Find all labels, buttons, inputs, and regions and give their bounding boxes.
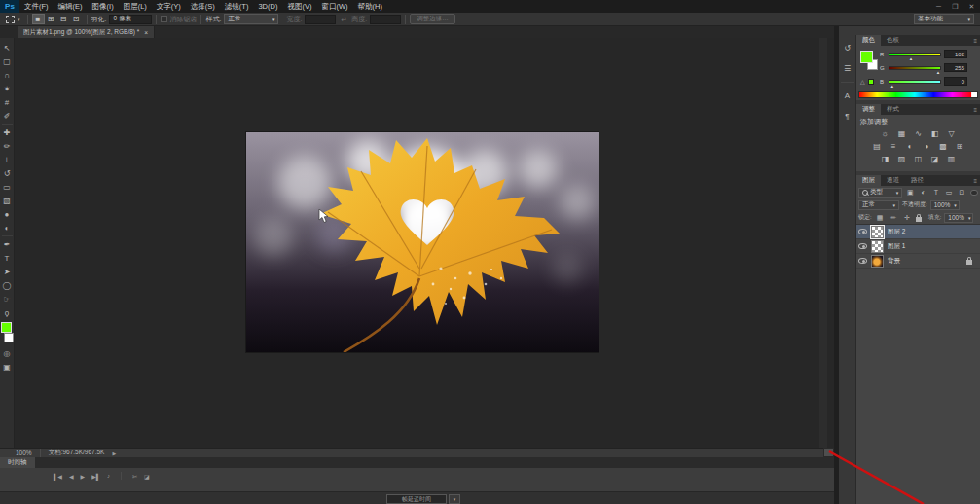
brush-tool[interactable]: ✏ bbox=[1, 139, 14, 153]
scroll-corner[interactable] bbox=[823, 448, 834, 457]
green-slider[interactable]: ▲ bbox=[889, 66, 941, 70]
vibrance-icon[interactable]: ▽ bbox=[946, 128, 958, 139]
next-frame-icon[interactable]: ▶▌ bbox=[91, 473, 100, 480]
visibility-eye-icon[interactable] bbox=[858, 258, 867, 264]
gamut-warning-icon[interactable]: △ bbox=[860, 78, 865, 85]
crop-tool[interactable]: # bbox=[1, 95, 14, 109]
tab-channels[interactable]: 通道 bbox=[881, 175, 905, 186]
layer-filter-select[interactable]: 类型 ▾ bbox=[858, 188, 902, 198]
green-slider-marker[interactable]: ▲ bbox=[936, 71, 940, 75]
hue-saturation-icon[interactable]: ▤ bbox=[871, 141, 883, 152]
lock-all-icon[interactable] bbox=[916, 217, 922, 222]
menu-view[interactable]: 视图(V) bbox=[282, 0, 316, 13]
color-spectrum-ramp[interactable] bbox=[858, 91, 978, 98]
menu-layer[interactable]: 图层(L) bbox=[119, 0, 152, 13]
swap-dimensions-icon[interactable]: ⇄ bbox=[341, 16, 346, 23]
menu-file[interactable]: 文件(F) bbox=[19, 0, 54, 13]
tab-swatches[interactable]: 色板 bbox=[881, 35, 905, 46]
lock-transparent-pixels-icon[interactable]: ▦ bbox=[875, 213, 886, 223]
menu-type[interactable]: 文字(Y) bbox=[152, 0, 186, 13]
levels-icon[interactable]: ▦ bbox=[896, 128, 908, 139]
menu-select[interactable]: 选择(S) bbox=[186, 0, 220, 13]
color-lookup-icon[interactable]: ⊞ bbox=[954, 141, 965, 152]
pen-tool[interactable]: ✒ bbox=[1, 237, 14, 251]
leaf-photo[interactable] bbox=[246, 132, 599, 352]
opacity-value[interactable]: 100% ▾ bbox=[930, 200, 960, 210]
transition-icon[interactable]: ◪ bbox=[144, 473, 150, 480]
threshold-icon[interactable]: ◫ bbox=[913, 154, 925, 164]
hand-tool[interactable]: ☞ bbox=[1, 292, 14, 306]
frame-delay-arrow-icon[interactable]: ▾ bbox=[449, 494, 460, 504]
antialias-checkbox[interactable] bbox=[161, 16, 167, 22]
posterize-icon[interactable]: ▨ bbox=[896, 154, 908, 164]
character-panel-button[interactable]: A bbox=[840, 89, 855, 103]
quick-selection-tool[interactable]: ✶ bbox=[1, 82, 14, 95]
tab-adjustments[interactable]: 调整 bbox=[856, 104, 881, 115]
menu-edit[interactable]: 编辑(E) bbox=[54, 0, 88, 13]
quick-mask-button[interactable]: ◎ bbox=[1, 346, 14, 360]
lock-position-icon[interactable]: ✛ bbox=[902, 213, 913, 223]
tab-paths[interactable]: 路径 bbox=[905, 175, 929, 186]
history-brush-tool[interactable]: ↺ bbox=[1, 166, 14, 180]
menu-help[interactable]: 帮助(H) bbox=[353, 0, 387, 13]
visibility-eye-icon[interactable] bbox=[858, 229, 867, 234]
tab-styles[interactable]: 样式 bbox=[881, 104, 905, 115]
color-balance-icon[interactable]: ≡ bbox=[888, 141, 899, 152]
height-input[interactable] bbox=[370, 15, 401, 24]
black-white-icon[interactable]: ◐ bbox=[904, 141, 916, 152]
tool-preset-arrow-icon[interactable]: ▾ bbox=[18, 17, 20, 22]
fill-value[interactable]: 100% ▾ bbox=[944, 213, 973, 223]
blue-slider[interactable]: ▲ bbox=[889, 80, 941, 84]
visibility-eye-icon[interactable] bbox=[858, 243, 867, 249]
style-select[interactable]: 正常 ▾ bbox=[224, 14, 278, 24]
spot-healing-tool[interactable]: ✚ bbox=[1, 126, 14, 139]
feather-input[interactable]: 0 像素 bbox=[109, 15, 152, 24]
filter-type-layers-icon[interactable]: T bbox=[931, 188, 941, 198]
menu-3d[interactable]: 3D(D) bbox=[253, 0, 282, 13]
marquee-tool-preset-icon[interactable] bbox=[6, 16, 15, 23]
eraser-tool[interactable]: ▭ bbox=[1, 180, 14, 194]
history-panel-button[interactable]: ↺ bbox=[840, 41, 855, 55]
layer-name[interactable]: 图层 2 bbox=[888, 228, 905, 236]
move-tool[interactable]: ↖ bbox=[1, 41, 14, 54]
layer-name[interactable]: 图层 1 bbox=[888, 242, 905, 251]
new-selection-button[interactable]: ■ bbox=[32, 14, 45, 24]
layer-name[interactable]: 背景 bbox=[888, 257, 900, 266]
width-input[interactable] bbox=[305, 15, 336, 24]
panel-menu-icon[interactable]: ≡ bbox=[973, 107, 977, 113]
type-tool[interactable]: T bbox=[1, 251, 14, 265]
channel-mixer-icon[interactable]: ▩ bbox=[937, 141, 949, 152]
frame-delay-dropdown[interactable]: 帧延迟时间 ▾ bbox=[386, 494, 460, 504]
intersect-selection-button[interactable]: ⊡ bbox=[70, 14, 83, 24]
filter-pixel-layers-icon[interactable]: ▣ bbox=[905, 188, 915, 198]
eyedropper-tool[interactable]: ✐ bbox=[1, 109, 14, 123]
layer-row-background[interactable]: 背景 bbox=[856, 254, 980, 269]
minimize-button[interactable]: ─ bbox=[930, 0, 947, 13]
path-selection-tool[interactable]: ➤ bbox=[1, 265, 14, 278]
screen-mode-button[interactable]: ▣ bbox=[1, 360, 14, 374]
play-icon[interactable]: ▶ bbox=[81, 473, 86, 480]
add-to-selection-button[interactable]: ⊞ bbox=[45, 14, 57, 24]
tab-close-icon[interactable]: × bbox=[144, 29, 148, 36]
previous-frame-icon[interactable]: ◀ bbox=[69, 473, 74, 480]
workspace-select[interactable]: 基本功能 ▾ bbox=[914, 14, 974, 24]
red-slider[interactable]: ▲ bbox=[889, 53, 941, 56]
zoom-tool[interactable]: ϙ bbox=[1, 306, 14, 319]
menu-filter[interactable]: 滤镜(T) bbox=[220, 0, 254, 13]
panel-menu-icon[interactable]: ≡ bbox=[973, 178, 977, 184]
lasso-tool[interactable]: ∩ bbox=[1, 68, 14, 82]
canvas-area[interactable] bbox=[15, 38, 834, 448]
properties-panel-button[interactable]: ☰ bbox=[840, 61, 855, 76]
layer-filter-toggle[interactable] bbox=[970, 190, 979, 196]
panel-menu-icon[interactable]: ≡ bbox=[973, 38, 977, 44]
audio-icon[interactable]: ♪ bbox=[107, 473, 110, 479]
menu-image[interactable]: 图像(I) bbox=[88, 0, 119, 13]
red-slider-marker[interactable]: ▲ bbox=[909, 57, 913, 61]
shape-tool[interactable]: ◯ bbox=[1, 278, 14, 292]
panel-foreground-swatch[interactable] bbox=[860, 51, 873, 63]
blue-slider-marker[interactable]: ▲ bbox=[890, 85, 894, 89]
dodge-tool[interactable]: ◐ bbox=[1, 221, 14, 234]
refine-edge-button[interactable]: 调整边缘… bbox=[410, 14, 455, 24]
first-frame-icon[interactable]: ▌◀ bbox=[54, 473, 62, 480]
websafe-swatch[interactable] bbox=[868, 79, 874, 85]
